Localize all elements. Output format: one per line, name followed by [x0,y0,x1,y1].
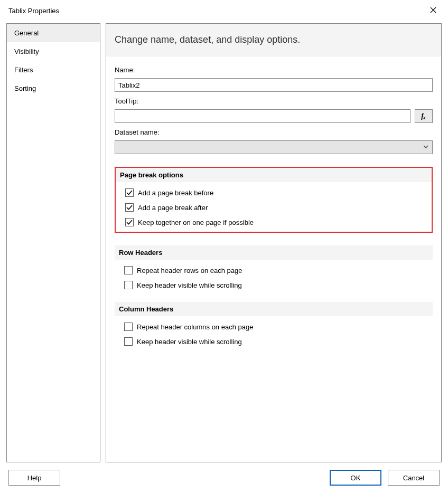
tooltip-label: ToolTip: [115,97,433,105]
sidebar-item-general[interactable]: General [7,24,100,42]
checkbox-add-page-break-after[interactable]: Add a page break after [125,203,427,212]
sidebar-item-filters[interactable]: Filters [7,61,100,79]
dataset-label: Dataset name: [115,128,433,136]
checkbox-label: Repeat header columns on each page [137,323,253,331]
sidebar: General Visibility Filters Sorting [6,23,100,462]
ok-button[interactable]: OK [330,470,381,486]
tooltip-row: fx [115,109,433,123]
sidebar-item-label: Filters [14,66,33,74]
sidebar-item-label: General [14,29,39,37]
checkbox-repeat-header-columns[interactable]: Repeat header columns on each page [124,323,428,331]
titlebar: Tablix Properties [0,0,448,19]
checkbox-keep-column-header-visible[interactable]: Keep header visible while scrolling [124,337,428,346]
cancel-button[interactable]: Cancel [388,470,440,486]
sidebar-item-label: Sorting [14,84,36,92]
checkbox-label: Keep together on one page if possible [138,219,254,226]
page-break-header: Page break options [116,168,432,182]
content-panel: Change name, dataset, and display option… [106,23,442,462]
fx-icon: fx [421,112,426,120]
checkbox-icon [124,337,133,346]
tablix-properties-dialog: Tablix Properties General Visibility Fil… [0,0,448,493]
dataset-dropdown[interactable] [115,140,433,154]
checkbox-icon [124,281,133,289]
checkbox-label: Add a page break before [138,189,213,197]
checkbox-icon [124,266,133,274]
name-label: Name: [115,66,433,74]
sidebar-item-sorting[interactable]: Sorting [7,79,100,98]
page-break-section: Page break options Add a page break befo… [115,167,433,233]
checkbox-repeat-header-rows[interactable]: Repeat header rows on each page [124,266,428,274]
checkbox-icon [125,188,134,197]
checkbox-label: Repeat header rows on each page [137,267,242,274]
column-headers-section: Column Headers Repeat header columns on … [115,302,433,346]
checkbox-icon [125,218,134,226]
sidebar-item-label: Visibility [14,48,39,55]
chevron-down-icon [423,144,429,151]
content-body: Name: ToolTip: fx Dataset name: [106,56,441,353]
main-area: General Visibility Filters Sorting Chang… [0,19,448,464]
close-icon [430,7,436,15]
footer: Help OK Cancel [0,464,448,493]
checkbox-add-page-break-before[interactable]: Add a page break before [125,188,427,197]
row-headers-body: Repeat header rows on each page Keep hea… [115,263,433,289]
column-headers-body: Repeat header columns on each page Keep … [115,319,433,346]
page-title: Change name, dataset, and display option… [115,34,433,45]
content-header: Change name, dataset, and display option… [106,24,441,56]
checkbox-keep-together[interactable]: Keep together on one page if possible [125,218,427,226]
column-headers-header: Column Headers [115,302,433,316]
checkbox-keep-row-header-visible[interactable]: Keep header visible while scrolling [124,281,428,289]
checkbox-label: Keep header visible while scrolling [137,338,242,346]
row-headers-section: Row Headers Repeat header rows on each p… [115,245,433,289]
checkbox-label: Add a page break after [138,204,208,212]
expression-button[interactable]: fx [415,109,433,123]
close-button[interactable] [426,5,441,16]
row-headers-header: Row Headers [115,245,433,260]
checkbox-icon [125,203,134,212]
checkbox-label: Keep header visible while scrolling [137,281,242,289]
page-break-body: Add a page break before Add a page break… [116,185,432,226]
tooltip-input[interactable] [115,109,410,123]
dialog-title: Tablix Properties [8,7,59,15]
name-input[interactable] [115,78,433,92]
checkbox-icon [124,323,133,331]
help-button[interactable]: Help [8,470,60,486]
sidebar-item-visibility[interactable]: Visibility [7,42,100,61]
